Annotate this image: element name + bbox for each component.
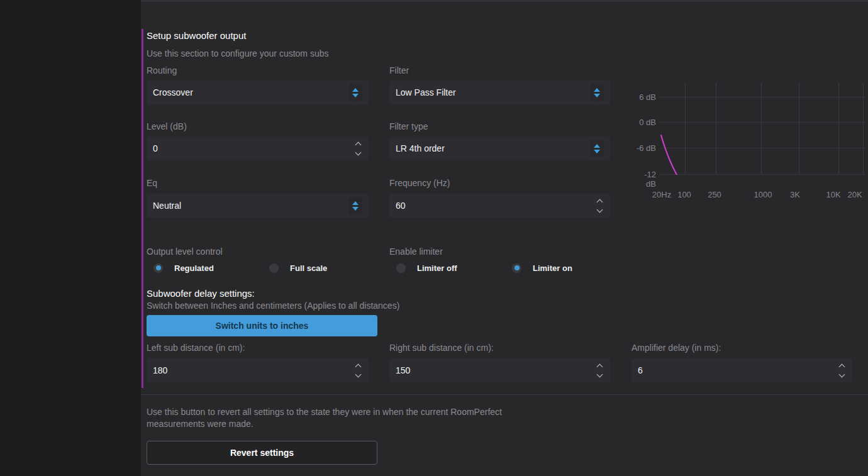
panel-top-strip (141, 0, 868, 2)
x-tick-label: 1000 (754, 190, 772, 199)
filter-value: Low Pass Filter (396, 87, 456, 97)
x-tick-label: 20Hz (652, 190, 671, 199)
section-divider (141, 394, 868, 395)
radio-selected-icon (512, 263, 521, 273)
y-tick-label: -12 dB (635, 170, 656, 189)
revert-settings-button[interactable]: Revert settings (147, 441, 377, 465)
eq-label: Eq (147, 178, 157, 188)
number-spinner-icon[interactable] (353, 141, 362, 157)
number-spinner-icon[interactable] (353, 363, 362, 379)
filter-type-select[interactable]: LR 4th order (389, 136, 610, 160)
radio-limiter-on-label: Limiter on (533, 263, 572, 273)
response-curve (660, 83, 865, 175)
radio-full-scale[interactable]: Full scale (269, 263, 327, 273)
x-tick-label: 3K (790, 190, 800, 199)
delay-settings-heading: Subwoofer delay settings: (147, 288, 255, 299)
radio-full-scale-label: Full scale (290, 263, 327, 273)
level-input[interactable]: 0 (147, 136, 369, 160)
eq-select[interactable]: Neutral (147, 194, 369, 218)
amplifier-delay-input[interactable]: 6 (632, 358, 852, 382)
radio-selected-icon (153, 263, 163, 273)
right-sub-distance-input[interactable]: 150 (389, 358, 610, 382)
page-subtitle: Use this section to configure your custo… (147, 48, 328, 58)
amplifier-delay-value: 6 (638, 365, 643, 375)
radio-unselected-icon (396, 263, 406, 273)
x-tick-label: 10K (826, 190, 840, 199)
switch-units-button-label: Switch units to inches (216, 321, 309, 331)
eq-value: Neutral (153, 201, 181, 211)
select-arrows-icon (590, 140, 604, 157)
radio-unselected-icon (269, 263, 279, 273)
x-tick-label: 100 (677, 190, 691, 199)
frequency-response-chart: 6 dB 0 dB -6 dB -12 dB 20Hz 100 250 1000… (635, 79, 868, 201)
filter-type-value: LR 4th order (396, 143, 445, 153)
x-tick-label: 20K (847, 190, 862, 199)
y-tick-label: -6 dB (635, 143, 656, 153)
content-panel: Setup subwoofer output Use this section … (141, 0, 868, 476)
x-tick-label: 250 (708, 190, 721, 199)
y-tick-label: 6 dB (635, 92, 656, 102)
radio-limiter-off[interactable]: Limiter off (396, 263, 457, 273)
number-spinner-icon[interactable] (595, 363, 604, 379)
amplifier-delay-label: Amplifier delay (in ms): (632, 343, 721, 353)
select-arrows-icon (348, 84, 362, 101)
left-sub-distance-label: Left sub distance (in cm): (147, 343, 245, 353)
radio-regulated-label: Regulated (174, 263, 214, 273)
right-sub-distance-label: Right sub distance (in cm): (389, 343, 494, 353)
number-spinner-icon[interactable] (837, 363, 846, 379)
number-spinner-icon[interactable] (595, 198, 604, 214)
level-label: Level (dB) (147, 121, 187, 131)
revert-description: Use this button to revert all settings t… (147, 406, 503, 430)
routing-select[interactable]: Crossover (147, 80, 369, 104)
output-level-control-label: Output level control (147, 246, 223, 257)
select-arrows-icon (590, 84, 604, 101)
radio-limiter-on[interactable]: Limiter on (512, 263, 572, 273)
right-sub-distance-value: 150 (396, 365, 410, 375)
radio-limiter-off-label: Limiter off (417, 263, 457, 273)
page-background: Setup subwoofer output Use this section … (0, 0, 868, 476)
left-sub-distance-value: 180 (153, 365, 167, 375)
left-sub-distance-input[interactable]: 180 (147, 358, 369, 382)
filter-type-label: Filter type (389, 121, 428, 131)
delay-settings-description: Switch between Inches and centimeters (A… (147, 301, 399, 311)
frequency-value: 60 (396, 201, 406, 211)
level-value: 0 (153, 143, 158, 153)
frequency-label: Frequency (Hz) (389, 178, 450, 188)
enable-limiter-label: Enable limiter (389, 246, 443, 257)
filter-label: Filter (389, 65, 409, 75)
y-tick-label: 0 dB (635, 118, 656, 127)
radio-regulated[interactable]: Regulated (153, 263, 214, 273)
section-accent-border (142, 29, 143, 388)
routing-label: Routing (147, 65, 177, 75)
switch-units-button[interactable]: Switch units to inches (147, 315, 377, 336)
routing-value: Crossover (153, 87, 193, 97)
page-title: Setup subwoofer output (147, 30, 246, 41)
revert-settings-button-label: Revert settings (230, 448, 294, 458)
frequency-input[interactable]: 60 (389, 194, 610, 218)
filter-select[interactable]: Low Pass Filter (389, 80, 610, 104)
select-arrows-icon (348, 197, 362, 214)
